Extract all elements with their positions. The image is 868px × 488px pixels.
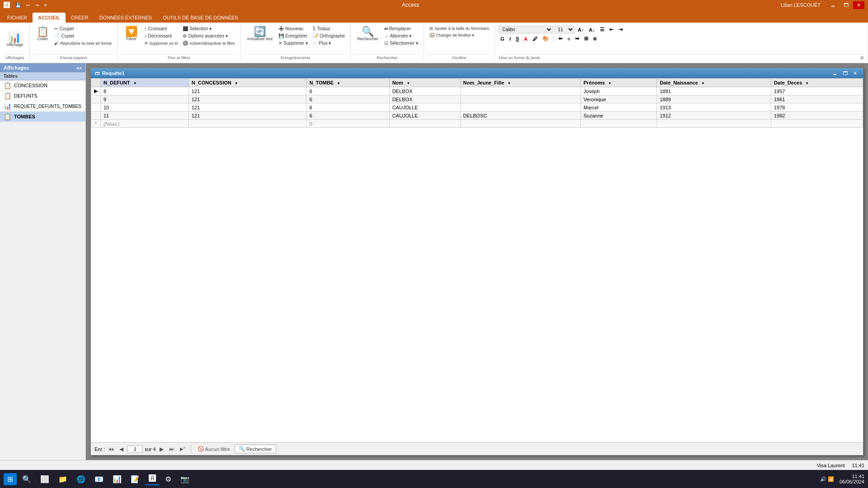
coller-button[interactable]: 📋 Coller xyxy=(33,25,52,42)
col-date-deces[interactable]: Date_Deces ▼ xyxy=(771,79,863,87)
cell-nom-4[interactable]: CAUJOLLE xyxy=(389,112,460,120)
table-row[interactable]: 9 121 6 DELBOX Veronique 1889 1961 xyxy=(91,95,863,103)
nouveau-button[interactable]: ➕ Nouveau xyxy=(277,25,310,32)
cell-new-n-defunt[interactable]: (Nouv.) xyxy=(101,120,189,128)
taskbar-browser-button[interactable]: 🌐 xyxy=(73,473,89,485)
copier-button[interactable]: 📄 Copier xyxy=(52,33,113,39)
nav-first-button[interactable]: ⏮ xyxy=(107,445,116,453)
col-resize-nom[interactable] xyxy=(458,79,460,87)
ajuster-button[interactable]: ⊞ Ajuster à la taille du formulaire xyxy=(428,25,491,32)
cell-date-deces-4[interactable]: 1982 xyxy=(771,112,863,120)
cell-n-tombe-2[interactable]: 6 xyxy=(307,95,389,103)
underline-button[interactable]: S xyxy=(514,36,521,42)
cell-n-concession-2[interactable]: 121 xyxy=(189,95,307,103)
cell-prenoms-4[interactable]: Suzanne xyxy=(580,112,657,120)
tab-fichier[interactable]: FICHIER xyxy=(2,13,33,23)
table-row[interactable]: 10 121 6 CAUJOLLE Marcel 1913 1978 xyxy=(91,103,863,112)
col-nom[interactable]: Nom ▼ xyxy=(389,79,460,87)
indent-button[interactable]: ⇥ xyxy=(617,26,624,33)
tab-accueil[interactable]: ACCUEIL xyxy=(33,13,66,23)
redo-button[interactable]: ↪ xyxy=(33,2,41,9)
col-resize-n-tombe[interactable] xyxy=(387,79,389,87)
cell-n-concession-4[interactable]: 121 xyxy=(189,112,307,120)
cell-n-defunt-4[interactable]: 11 xyxy=(101,112,189,120)
close-button[interactable]: ✕ xyxy=(853,1,864,9)
nav-header[interactable]: Affichages «» xyxy=(0,63,85,72)
plus-button[interactable]: ⋯ Plus ▾ xyxy=(311,40,347,47)
cell-new-date-deces[interactable] xyxy=(771,120,863,128)
cell-n-defunt-3[interactable]: 10 xyxy=(101,103,189,112)
query-minimize-button[interactable]: 🗕 xyxy=(830,70,840,77)
cell-date-naissance-4[interactable]: 1912 xyxy=(657,112,771,120)
taskbar-excel-button[interactable]: 📊 xyxy=(109,473,125,485)
bold-button[interactable]: G xyxy=(499,36,506,42)
selectionner-button[interactable]: ☑ Sélectionner ▾ xyxy=(382,40,420,47)
croissant-button[interactable]: ↑ Croissant xyxy=(142,25,180,32)
font-size-select[interactable]: 11 xyxy=(554,26,575,33)
search-button[interactable]: 🔍 Rechercher xyxy=(235,445,276,453)
cell-prenoms-3[interactable]: Marcel xyxy=(580,103,657,112)
selection-button[interactable]: ⬛ Sélection ▾ xyxy=(181,25,236,32)
tab-creer[interactable]: CRÉER xyxy=(66,13,94,23)
decroissant-button[interactable]: ↓ Décroissant xyxy=(142,33,180,39)
start-button[interactable]: ⊞ xyxy=(4,473,17,485)
qa-dropdown-button[interactable]: ▾ xyxy=(42,2,48,9)
cell-new-n-tombe[interactable]: 0 xyxy=(307,120,389,128)
reproduire-button[interactable]: 🖌 Reproduire la mise en forme xyxy=(52,40,113,47)
cell-nom-jeune-fille-2[interactable] xyxy=(460,95,580,103)
col-resize-nom-jeune-fille[interactable] xyxy=(579,79,580,87)
table-new-row[interactable]: * (Nouv.) 0 xyxy=(91,120,863,128)
cell-nom-1[interactable]: DELBOX xyxy=(389,87,460,95)
nav-item-requete-defunts-tombes[interactable]: 📊 REQUETE_DEFUNTS_TOMBES xyxy=(0,101,85,112)
filtrer-button[interactable]: 🔽 Filtrer xyxy=(121,25,142,42)
cell-n-defunt-2[interactable]: 9 xyxy=(101,95,189,103)
cell-date-naissance-2[interactable]: 1889 xyxy=(657,95,771,103)
taskbar-mail-button[interactable]: 📧 xyxy=(91,473,107,485)
taskbar-task-view-button[interactable]: ⬜ xyxy=(37,473,53,485)
activer-filtre-button[interactable]: 🔘 Activer/désactiver le filtre xyxy=(181,40,236,47)
cell-n-concession-1[interactable]: 121 xyxy=(189,87,307,95)
maximize-button[interactable]: 🗖 xyxy=(840,1,852,9)
nav-prev-button[interactable]: ◀ xyxy=(118,445,125,453)
bg-color-button[interactable]: 🎨 xyxy=(541,35,551,42)
col-resize-date-deces[interactable] xyxy=(861,79,863,87)
col-resize-prenoms[interactable] xyxy=(655,79,656,87)
row-selector-3[interactable] xyxy=(91,103,101,112)
options-avancees-button[interactable]: ⚙ Options avancées ▾ xyxy=(181,33,236,39)
taskbar-settings-button[interactable]: ⚙ xyxy=(161,473,175,485)
col-date-naissance[interactable]: Date_Naissance ▼ xyxy=(657,79,771,87)
font-color-button[interactable]: A xyxy=(522,36,529,42)
query-close-button[interactable]: ✕ xyxy=(851,70,859,77)
taskbar-file-explorer-button[interactable]: 📁 xyxy=(55,473,71,485)
cell-new-nom[interactable] xyxy=(389,120,460,128)
taskbar-search-button[interactable]: 🔍 xyxy=(19,473,35,485)
cell-nom-2[interactable]: DELBOX xyxy=(389,95,460,103)
cell-new-date-naissance[interactable] xyxy=(657,120,771,128)
cell-nom-3[interactable]: CAUJOLLE xyxy=(389,103,460,112)
nav-last-button[interactable]: ⏭ xyxy=(167,445,176,453)
cell-date-deces-1[interactable]: 1957 xyxy=(771,87,863,95)
cell-n-tombe-1[interactable]: 6 xyxy=(307,87,389,95)
row-selector-2[interactable] xyxy=(91,95,101,103)
row-selector-1[interactable]: ▶ xyxy=(91,87,101,95)
col-nom-jeune-fille[interactable]: Nom_Jeune_Fille ▼ xyxy=(460,79,580,87)
col-resize-date-naissance[interactable] xyxy=(769,79,771,87)
expand-mise-en-forme-icon[interactable]: ⊞ xyxy=(860,56,864,60)
expand-button[interactable]: ⊞ xyxy=(591,36,599,42)
taskbar-word-button[interactable]: 📝 xyxy=(127,473,143,485)
row-selector-4[interactable] xyxy=(91,112,101,120)
increase-font-button[interactable]: A↑ xyxy=(576,27,585,33)
taskbar-access-button[interactable]: 🅰 xyxy=(145,473,160,485)
atteindre-button[interactable]: → Atteindre ▾ xyxy=(382,33,420,39)
align-center-button[interactable]: ≡ xyxy=(566,36,572,42)
italic-button[interactable]: I xyxy=(508,36,513,42)
col-resize-n-defunt[interactable] xyxy=(187,79,189,87)
col-resize-n-concession[interactable] xyxy=(304,79,306,87)
outdent-button[interactable]: ⇤ xyxy=(608,26,615,33)
cell-new-prenoms[interactable] xyxy=(580,120,657,128)
cell-new-n-concession[interactable] xyxy=(189,120,307,128)
taskbar-camera-button[interactable]: 📷 xyxy=(177,473,193,485)
nav-item-defunts[interactable]: 📋 DEFUNTS xyxy=(0,91,85,101)
enregistrer-button[interactable]: 💾 Enregistrer xyxy=(277,33,310,39)
remplacer-button[interactable]: ⇄ Remplacer xyxy=(382,25,420,32)
